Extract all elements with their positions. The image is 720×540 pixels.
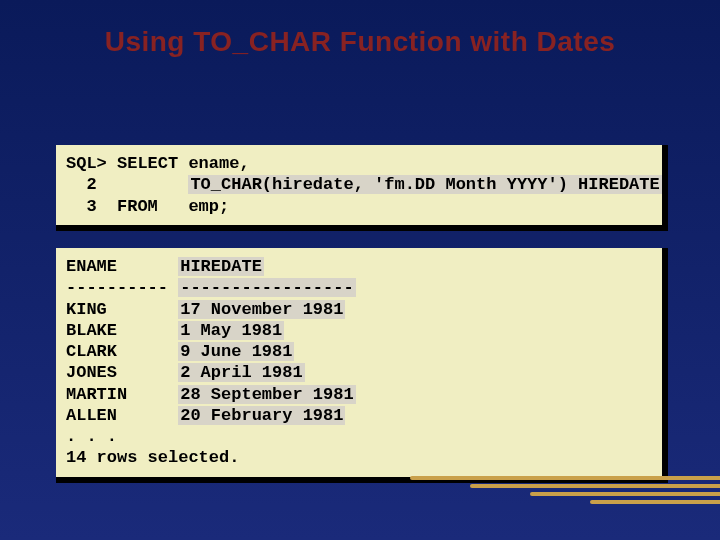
result-row-name: BLAKE [66, 321, 178, 340]
result-row-date: 9 June 1981 [178, 342, 294, 361]
result-row-date: 1 May 1981 [178, 321, 284, 340]
result-footer: 14 rows selected. [66, 448, 239, 467]
result-ellipsis: . . . [66, 427, 117, 446]
result-row-name: ALLEN [66, 406, 178, 425]
result-sep-ename: ---------- [66, 278, 178, 297]
sql-line-2-highlight: TO_CHAR(hiredate, 'fm.DD Month YYYY') HI… [188, 175, 661, 194]
result-sep-hiredate: ----------------- [178, 278, 355, 297]
result-header-ename: ENAME [66, 257, 178, 276]
decorative-stripe [470, 484, 720, 488]
result-row-date: 20 February 1981 [178, 406, 345, 425]
result-header-hiredate: HIREDATE [178, 257, 264, 276]
slide-title: Using TO_CHAR Function with Dates [0, 26, 720, 58]
decorative-stripe [410, 476, 720, 480]
result-row-name: CLARK [66, 342, 178, 361]
result-row-name: KING [66, 300, 178, 319]
result-row-name: MARTIN [66, 385, 178, 404]
sql-line-1: SQL> SELECT ename, [66, 154, 250, 173]
result-row-date: 17 November 1981 [178, 300, 345, 319]
result-row-date: 2 April 1981 [178, 363, 304, 382]
sql-result-box: ENAME HIREDATE ---------- --------------… [56, 248, 668, 483]
sql-query-box: SQL> SELECT ename, 2 TO_CHAR(hiredate, '… [56, 145, 668, 231]
decorative-stripe [530, 492, 720, 496]
sql-line-2-prefix: 2 [66, 175, 188, 194]
result-row-date: 28 September 1981 [178, 385, 355, 404]
decorative-stripe [590, 500, 720, 504]
sql-line-3: 3 FROM emp; [66, 197, 229, 216]
result-row-name: JONES [66, 363, 178, 382]
